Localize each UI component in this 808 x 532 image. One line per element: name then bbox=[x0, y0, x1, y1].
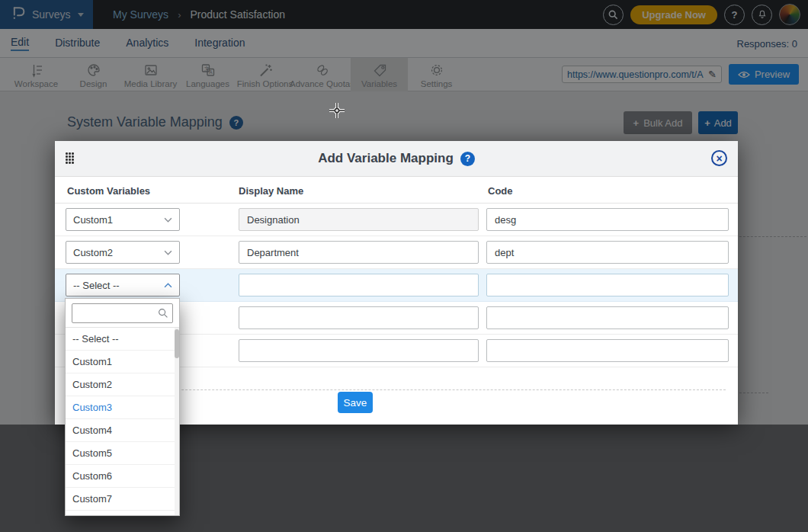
display-name-input-1[interactable] bbox=[239, 208, 479, 231]
questionpro-app: Surveys My Surveys › Product Satisfactio… bbox=[0, 0, 808, 532]
code-input-3[interactable] bbox=[486, 274, 729, 296]
column-custom-variables: Custom Variables bbox=[67, 177, 150, 205]
code-input-4[interactable] bbox=[486, 306, 729, 329]
custom-variable-select-1[interactable]: Custom1 bbox=[66, 208, 180, 231]
modal-header: Add Variable Mapping ? × bbox=[55, 141, 738, 177]
dropdown-option-custom1[interactable]: Custom1 bbox=[66, 351, 179, 373]
display-name-input-4[interactable] bbox=[239, 306, 479, 329]
custom-variable-select-2[interactable]: Custom2 bbox=[66, 241, 180, 264]
mouse-cursor bbox=[328, 101, 346, 120]
modal-title: Add Variable Mapping bbox=[318, 151, 454, 166]
code-input-1[interactable] bbox=[486, 208, 729, 231]
dropdown-option-custom5[interactable]: Custom5 bbox=[66, 442, 179, 465]
modal-help-icon[interactable]: ? bbox=[460, 152, 475, 166]
dropdown-option-custom4[interactable]: Custom4 bbox=[66, 419, 179, 442]
column-display-name: Display Name bbox=[239, 177, 303, 205]
search-icon bbox=[158, 308, 168, 319]
mapping-row: Custom2 bbox=[55, 236, 738, 269]
column-code: Code bbox=[488, 177, 513, 205]
save-button[interactable]: Save bbox=[338, 392, 373, 413]
chevron-down-icon bbox=[164, 250, 172, 255]
custom-variable-dropdown: -- Select -- Custom1 Custom2 Custom3 Cus… bbox=[65, 298, 180, 516]
dropdown-option-custom7[interactable]: Custom7 bbox=[66, 488, 179, 511]
column-headers: Custom Variables Display Name Code bbox=[55, 177, 738, 204]
code-input-2[interactable] bbox=[486, 241, 729, 264]
dropdown-option-custom6[interactable]: Custom6 bbox=[66, 465, 179, 488]
display-name-input-3[interactable] bbox=[239, 274, 479, 296]
dropdown-option-custom3[interactable]: Custom3 bbox=[66, 396, 179, 419]
chevron-up-icon bbox=[164, 283, 172, 288]
code-input-5[interactable] bbox=[486, 339, 729, 362]
dropdown-options-list: -- Select -- Custom1 Custom2 Custom3 Cus… bbox=[66, 327, 179, 515]
mapping-row-active: -- Select -- bbox=[55, 269, 738, 302]
custom-variable-select-3[interactable]: -- Select -- bbox=[66, 274, 180, 296]
dropdown-option-select[interactable]: -- Select -- bbox=[66, 328, 179, 351]
display-name-input-2[interactable] bbox=[239, 241, 479, 264]
dropdown-option-custom2[interactable]: Custom2 bbox=[66, 373, 179, 396]
dropdown-scrollbar-thumb[interactable] bbox=[175, 329, 179, 358]
drag-handle-icon[interactable] bbox=[66, 152, 75, 165]
mapping-row: Custom1 bbox=[55, 204, 738, 236]
close-icon[interactable]: × bbox=[711, 150, 727, 166]
display-name-input-5[interactable] bbox=[239, 339, 479, 362]
chevron-down-icon bbox=[164, 217, 172, 223]
dropdown-scrollbar[interactable] bbox=[175, 328, 179, 515]
